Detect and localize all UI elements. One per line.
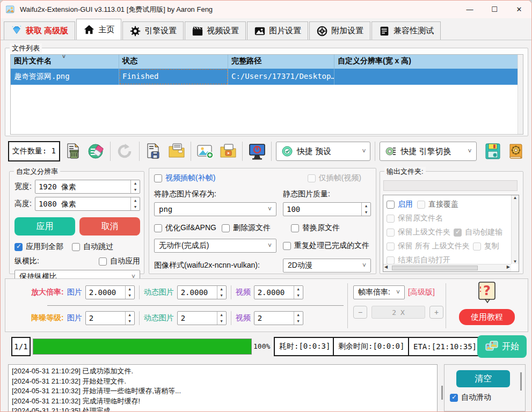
keep-filename-checkbox[interactable]: 保留原文件名 <box>387 214 443 223</box>
interpolation-only-checkbox[interactable]: 仅插帧(视频) <box>308 173 361 183</box>
checkbox-icon[interactable] <box>387 229 395 237</box>
column-header-path[interactable]: 完整路径 <box>228 55 334 69</box>
quick-preset-dropdown[interactable]: 快捷 预设 ˅ <box>276 142 370 161</box>
column-header-filename[interactable]: 图片文件名˅ <box>11 55 119 69</box>
apply-to-all-checkbox[interactable]: 应用到全部 <box>14 242 63 252</box>
spin-down-icon[interactable]: ▼ <box>217 292 226 299</box>
tab-video-settings[interactable]: 视频设置 <box>185 21 246 40</box>
remove-file-icon[interactable] <box>63 141 83 161</box>
scale-video-spinbox[interactable]: 2.0000 ▲▼ <box>254 285 303 299</box>
tab-image-settings[interactable]: 图片设置 <box>247 21 308 40</box>
auto-skip-checkbox[interactable]: 自动跳过 <box>72 242 113 252</box>
clear-list-icon[interactable] <box>86 141 106 161</box>
minimize-button[interactable]: — <box>457 1 482 18</box>
output-path-input[interactable] <box>383 180 518 191</box>
start-button[interactable]: 开始 <box>477 335 527 358</box>
scale-image-spinbox[interactable]: 2.0000 ▲▼ <box>85 285 135 299</box>
after-finish-dropdown[interactable]: 无动作(完成后) ˅ <box>154 239 276 253</box>
spin-down-icon[interactable]: ▼ <box>126 292 134 299</box>
spin-up-icon[interactable]: ▲ <box>217 286 226 292</box>
cell-filename[interactable]: 趣奇资源网.png <box>11 69 119 85</box>
save-file-list-icon[interactable] <box>144 141 164 161</box>
add-video-folder-icon[interactable] <box>218 141 238 161</box>
framerate-dropdown[interactable]: 帧率倍率: ˅ <box>353 285 405 299</box>
spin-up-icon[interactable]: ▲ <box>362 203 370 209</box>
checkbox-icon[interactable] <box>283 242 291 250</box>
output-enable-checkbox[interactable]: 启用 <box>387 200 413 209</box>
tutorial-button[interactable]: 使用教程 <box>459 309 515 325</box>
log-output[interactable]: [2024-05-31 21:10:29] 已成功添加文件. [2024-05-… <box>8 364 438 412</box>
height-spinbox[interactable]: 1080 像素 ▲▼ <box>35 197 140 211</box>
spin-down-icon[interactable]: ▼ <box>131 204 140 210</box>
spin-up-icon[interactable]: ▲ <box>217 312 226 318</box>
delete-source-checkbox[interactable]: 删除源文件 <box>222 223 271 233</box>
scroll-left-icon[interactable]: ◀ <box>384 264 388 269</box>
scale-gif-spinbox[interactable]: 2.0000 ▲▼ <box>177 285 227 299</box>
copy-checkbox[interactable]: 复制 <box>473 241 499 251</box>
optimize-gif-checkbox[interactable]: 优化Gif&APNG <box>154 223 216 233</box>
cancel-button[interactable]: 取消 <box>79 217 140 236</box>
cell-resolution[interactable] <box>334 69 442 85</box>
replace-original-checkbox[interactable]: 替换原文件 <box>291 223 340 233</box>
spin-down-icon[interactable]: ▼ <box>126 318 134 325</box>
denoise-image-spinbox[interactable]: 2 ▲▼ <box>85 311 135 325</box>
clear-log-button[interactable]: 清空 <box>456 370 510 387</box>
checkbox-icon[interactable] <box>222 224 230 232</box>
shutdown-monitor-icon[interactable] <box>247 141 267 161</box>
tab-get-premium[interactable]: 获取 高级版 <box>4 21 75 40</box>
checkbox-icon[interactable] <box>387 201 395 209</box>
tab-compatibility-test[interactable]: 兼容性测试 <box>371 21 441 40</box>
spin-up-icon[interactable]: ▲ <box>126 312 134 318</box>
checkbox-icon[interactable] <box>450 394 458 402</box>
checkbox-icon[interactable] <box>154 224 162 232</box>
output-horizontal-scrollbar[interactable]: ◀ ▶ <box>383 264 511 271</box>
framerate-minus-button[interactable]: − <box>353 306 367 319</box>
spin-down-icon[interactable]: ▼ <box>294 292 303 299</box>
auto-apply-checkbox[interactable]: 自动应用 <box>99 256 140 266</box>
spin-down-icon[interactable]: ▼ <box>294 318 303 325</box>
save-settings-icon[interactable] <box>483 141 503 161</box>
spin-up-icon[interactable]: ▲ <box>294 286 303 292</box>
quality-spinbox[interactable]: 100 ▲▼ <box>283 202 371 216</box>
checkbox-icon[interactable] <box>387 215 395 223</box>
column-header-status[interactable]: 状态 <box>119 55 228 69</box>
checkbox-icon[interactable] <box>154 174 162 182</box>
tab-engine-settings[interactable]: 引擎设置 <box>122 21 184 40</box>
side-scrollbar[interactable] <box>520 372 522 391</box>
denoise-video-spinbox[interactable]: 2 ▲▼ <box>254 311 303 325</box>
overwrite-checkbox[interactable]: 直接覆盖 <box>417 200 458 209</box>
table-row[interactable]: 趣奇资源网.png Finished C:/Users/17371/Deskto… <box>11 69 523 85</box>
table-scrollbar[interactable] <box>518 55 523 134</box>
framerate-plus-button[interactable]: + <box>429 306 443 319</box>
keep-parent-folder-checkbox[interactable]: 保留上级文件夹 <box>387 227 450 237</box>
undo-icon[interactable] <box>115 141 135 161</box>
checkbox-icon[interactable] <box>473 242 481 251</box>
scroll-up-icon[interactable]: ▲ <box>512 195 519 200</box>
checkbox-icon[interactable] <box>387 242 395 251</box>
keep-all-parents-checkbox[interactable]: 保留 所有 上级文件夹 <box>387 241 470 251</box>
checkbox-icon[interactable] <box>387 256 395 264</box>
checkbox-icon[interactable] <box>72 243 80 251</box>
quick-engine-dropdown[interactable]: 快捷 引擎切换 ˅ <box>380 142 476 161</box>
auto-create-output-checkbox[interactable]: 自动创建输 <box>454 227 502 237</box>
output-vertical-scrollbar[interactable]: ▲ ▼ <box>511 195 519 264</box>
auto-scroll-checkbox[interactable]: 自动滑动 <box>450 393 491 402</box>
apply-button[interactable]: 应用 <box>14 217 75 236</box>
checkbox-icon[interactable] <box>417 201 425 209</box>
column-header-resolution[interactable]: 自定义分辨率(宽 x 高) <box>334 55 442 69</box>
scroll-right-icon[interactable]: ▶ <box>507 264 510 269</box>
settings-book-icon[interactable] <box>506 141 526 161</box>
spin-down-icon[interactable]: ▼ <box>362 209 370 216</box>
cell-status[interactable]: Finished <box>119 69 228 85</box>
checkbox-icon[interactable] <box>14 243 23 251</box>
denoise-gif-spinbox[interactable]: 2 ▲▼ <box>177 311 227 325</box>
spin-up-icon[interactable]: ▲ <box>294 312 303 318</box>
add-image-icon[interactable] <box>195 141 215 161</box>
tab-additional-settings[interactable]: 附加设置 <box>309 21 370 40</box>
cell-path[interactable]: C:/Users/17371/Desktop… <box>228 69 334 85</box>
checkbox-icon[interactable] <box>308 174 316 182</box>
spin-down-icon[interactable]: ▼ <box>217 318 226 325</box>
spin-up-icon[interactable]: ▲ <box>126 286 134 292</box>
spin-up-icon[interactable]: ▲ <box>131 197 140 204</box>
log-scrollbar[interactable] <box>439 364 443 409</box>
